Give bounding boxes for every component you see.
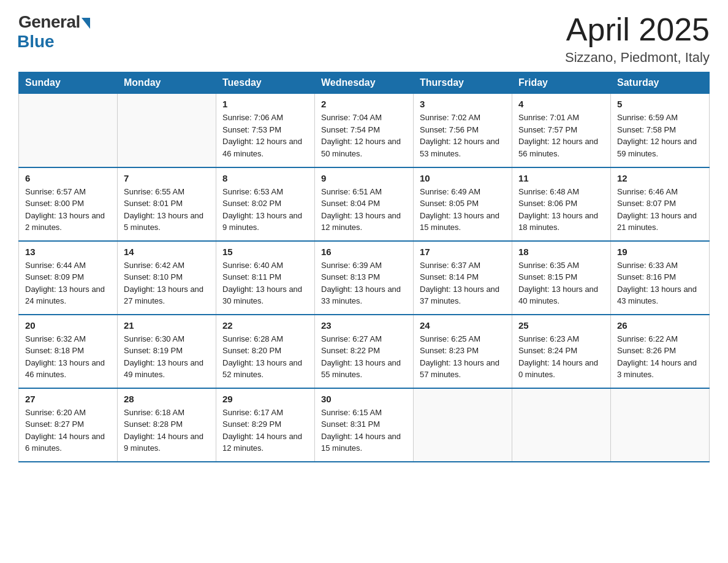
weekday-header-wednesday: Wednesday (315, 72, 414, 94)
calendar-cell: 17Sunrise: 6:37 AMSunset: 8:14 PMDayligh… (414, 241, 512, 315)
day-number: 9 (321, 173, 407, 183)
logo-general-text: General (18, 12, 80, 32)
calendar-cell: 22Sunrise: 6:28 AMSunset: 8:20 PMDayligh… (216, 315, 315, 388)
day-info: Sunrise: 6:28 AMSunset: 8:20 PMDaylight:… (222, 333, 308, 381)
calendar-cell: 25Sunrise: 6:23 AMSunset: 8:24 PMDayligh… (512, 315, 611, 388)
day-info: Sunrise: 6:44 AMSunset: 8:09 PMDaylight:… (25, 259, 111, 307)
day-info: Sunrise: 6:23 AMSunset: 8:24 PMDaylight:… (518, 333, 604, 381)
calendar-cell: 26Sunrise: 6:22 AMSunset: 8:26 PMDayligh… (611, 315, 710, 388)
day-info: Sunrise: 6:42 AMSunset: 8:10 PMDaylight:… (124, 259, 210, 307)
day-number: 17 (420, 247, 506, 257)
calendar-cell: 1Sunrise: 7:06 AMSunset: 7:53 PMDaylight… (216, 94, 315, 167)
calendar-cell: 13Sunrise: 6:44 AMSunset: 8:09 PMDayligh… (19, 241, 118, 315)
day-info: Sunrise: 6:57 AMSunset: 8:00 PMDaylight:… (25, 186, 111, 234)
title-block: April 2025 Sizzano, Piedmont, Italy (565, 12, 710, 66)
day-info: Sunrise: 6:46 AMSunset: 8:07 PMDaylight:… (617, 186, 703, 234)
calendar-cell: 19Sunrise: 6:33 AMSunset: 8:16 PMDayligh… (611, 241, 710, 315)
day-number: 30 (321, 394, 407, 404)
day-number: 29 (222, 394, 308, 404)
logo-arrow-icon (82, 18, 90, 29)
calendar-cell (118, 94, 216, 167)
day-number: 14 (124, 247, 210, 257)
day-number: 23 (321, 320, 407, 331)
day-info: Sunrise: 6:25 AMSunset: 8:23 PMDaylight:… (420, 333, 506, 381)
calendar-cell: 2Sunrise: 7:04 AMSunset: 7:54 PMDaylight… (315, 94, 414, 167)
day-number: 18 (518, 247, 604, 257)
day-info: Sunrise: 6:35 AMSunset: 8:15 PMDaylight:… (518, 259, 604, 307)
day-info: Sunrise: 6:40 AMSunset: 8:11 PMDaylight:… (222, 259, 308, 307)
calendar-week-row: 27Sunrise: 6:20 AMSunset: 8:27 PMDayligh… (19, 388, 710, 462)
calendar-cell: 15Sunrise: 6:40 AMSunset: 8:11 PMDayligh… (216, 241, 315, 315)
calendar-cell: 30Sunrise: 6:15 AMSunset: 8:31 PMDayligh… (315, 388, 414, 462)
calendar-cell: 12Sunrise: 6:46 AMSunset: 8:07 PMDayligh… (611, 167, 710, 241)
calendar-cell: 14Sunrise: 6:42 AMSunset: 8:10 PMDayligh… (118, 241, 216, 315)
day-info: Sunrise: 6:39 AMSunset: 8:13 PMDaylight:… (321, 259, 407, 307)
calendar-cell (611, 388, 710, 462)
day-number: 5 (617, 99, 703, 109)
calendar-cell: 9Sunrise: 6:51 AMSunset: 8:04 PMDaylight… (315, 167, 414, 241)
day-number: 21 (124, 320, 210, 331)
logo-blue-text: Blue (17, 32, 55, 52)
calendar-cell (512, 388, 611, 462)
month-title: April 2025 (565, 12, 710, 47)
calendar-cell: 20Sunrise: 6:32 AMSunset: 8:18 PMDayligh… (19, 315, 118, 388)
calendar-cell: 24Sunrise: 6:25 AMSunset: 8:23 PMDayligh… (414, 315, 512, 388)
logo: General Blue (18, 12, 90, 52)
calendar-cell: 3Sunrise: 7:02 AMSunset: 7:56 PMDaylight… (414, 94, 512, 167)
page-header: General Blue April 2025 Sizzano, Piedmon… (18, 12, 710, 66)
day-number: 6 (25, 173, 111, 183)
calendar-cell: 4Sunrise: 7:01 AMSunset: 7:57 PMDaylight… (512, 94, 611, 167)
day-info: Sunrise: 6:17 AMSunset: 8:29 PMDaylight:… (222, 407, 308, 454)
calendar-week-row: 6Sunrise: 6:57 AMSunset: 8:00 PMDaylight… (19, 167, 710, 241)
day-number: 2 (321, 99, 407, 109)
calendar-cell (19, 94, 118, 167)
calendar-cell: 8Sunrise: 6:53 AMSunset: 8:02 PMDaylight… (216, 167, 315, 241)
day-number: 19 (617, 247, 703, 257)
day-number: 25 (518, 320, 604, 331)
day-number: 3 (420, 99, 506, 109)
calendar-week-row: 20Sunrise: 6:32 AMSunset: 8:18 PMDayligh… (19, 315, 710, 388)
calendar-cell: 23Sunrise: 6:27 AMSunset: 8:22 PMDayligh… (315, 315, 414, 388)
day-info: Sunrise: 6:37 AMSunset: 8:14 PMDaylight:… (420, 259, 506, 307)
day-info: Sunrise: 6:33 AMSunset: 8:16 PMDaylight:… (617, 259, 703, 307)
day-info: Sunrise: 6:59 AMSunset: 7:58 PMDaylight:… (617, 112, 703, 159)
weekday-header-tuesday: Tuesday (216, 72, 315, 94)
day-info: Sunrise: 7:02 AMSunset: 7:56 PMDaylight:… (420, 112, 506, 159)
day-info: Sunrise: 6:20 AMSunset: 8:27 PMDaylight:… (25, 407, 111, 454)
weekday-header-thursday: Thursday (414, 72, 512, 94)
calendar-cell: 10Sunrise: 6:49 AMSunset: 8:05 PMDayligh… (414, 167, 512, 241)
weekday-header-sunday: Sunday (19, 72, 118, 94)
calendar-cell: 7Sunrise: 6:55 AMSunset: 8:01 PMDaylight… (118, 167, 216, 241)
day-number: 13 (25, 247, 111, 257)
day-number: 16 (321, 247, 407, 257)
day-number: 24 (420, 320, 506, 331)
day-info: Sunrise: 6:30 AMSunset: 8:19 PMDaylight:… (124, 333, 210, 381)
calendar-cell: 21Sunrise: 6:30 AMSunset: 8:19 PMDayligh… (118, 315, 216, 388)
day-info: Sunrise: 6:27 AMSunset: 8:22 PMDaylight:… (321, 333, 407, 381)
calendar-week-row: 1Sunrise: 7:06 AMSunset: 7:53 PMDaylight… (19, 94, 710, 167)
calendar-cell: 6Sunrise: 6:57 AMSunset: 8:00 PMDaylight… (19, 167, 118, 241)
calendar-cell: 16Sunrise: 6:39 AMSunset: 8:13 PMDayligh… (315, 241, 414, 315)
day-info: Sunrise: 6:53 AMSunset: 8:02 PMDaylight:… (222, 186, 308, 234)
day-number: 7 (124, 173, 210, 183)
day-number: 28 (124, 394, 210, 404)
calendar-cell: 18Sunrise: 6:35 AMSunset: 8:15 PMDayligh… (512, 241, 611, 315)
day-info: Sunrise: 6:15 AMSunset: 8:31 PMDaylight:… (321, 407, 407, 454)
weekday-header-monday: Monday (118, 72, 216, 94)
calendar-cell: 11Sunrise: 6:48 AMSunset: 8:06 PMDayligh… (512, 167, 611, 241)
day-info: Sunrise: 6:48 AMSunset: 8:06 PMDaylight:… (518, 186, 604, 234)
day-number: 11 (518, 173, 604, 183)
day-number: 10 (420, 173, 506, 183)
calendar-cell: 28Sunrise: 6:18 AMSunset: 8:28 PMDayligh… (118, 388, 216, 462)
day-number: 27 (25, 394, 111, 404)
day-info: Sunrise: 6:51 AMSunset: 8:04 PMDaylight:… (321, 186, 407, 234)
day-info: Sunrise: 7:01 AMSunset: 7:57 PMDaylight:… (518, 112, 604, 159)
day-info: Sunrise: 6:55 AMSunset: 8:01 PMDaylight:… (124, 186, 210, 234)
calendar-cell: 29Sunrise: 6:17 AMSunset: 8:29 PMDayligh… (216, 388, 315, 462)
calendar-week-row: 13Sunrise: 6:44 AMSunset: 8:09 PMDayligh… (19, 241, 710, 315)
day-info: Sunrise: 7:06 AMSunset: 7:53 PMDaylight:… (222, 112, 308, 159)
day-number: 12 (617, 173, 703, 183)
day-number: 20 (25, 320, 111, 331)
weekday-header-saturday: Saturday (611, 72, 710, 94)
weekday-header-friday: Friday (512, 72, 611, 94)
